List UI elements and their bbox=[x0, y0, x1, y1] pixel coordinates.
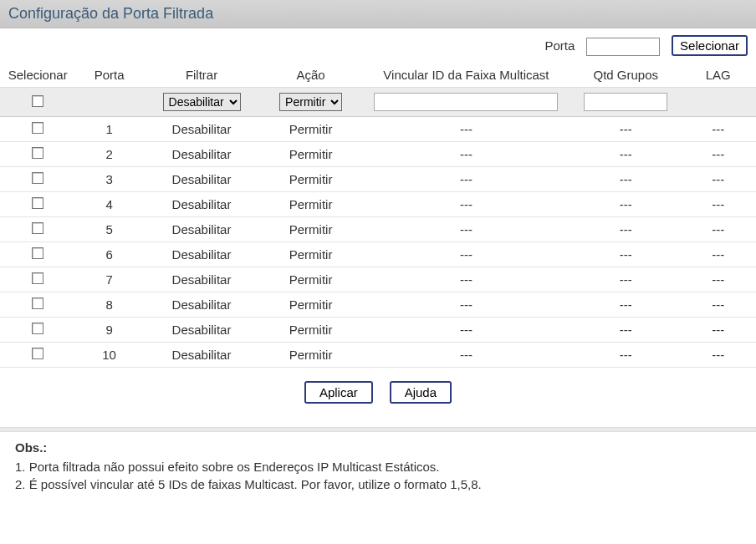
cell-acao: Permitir bbox=[260, 117, 361, 142]
cell-porta: 6 bbox=[75, 242, 142, 267]
divider bbox=[0, 427, 756, 432]
cell-lag: --- bbox=[681, 292, 756, 318]
action-select[interactable]: Permitir bbox=[279, 93, 342, 111]
top-bar: Porta Selecionar bbox=[0, 28, 756, 63]
cell-lag: --- bbox=[681, 192, 756, 217]
row-checkbox[interactable] bbox=[32, 222, 43, 234]
cell-acao: Permitir bbox=[260, 142, 361, 167]
cell-filtrar: Desabilitar bbox=[143, 343, 261, 368]
notes: Obs.: 1. Porta filtrada não possui efeit… bbox=[0, 440, 756, 511]
cell-vincular: --- bbox=[361, 167, 571, 192]
row-checkbox[interactable] bbox=[32, 172, 43, 184]
cell-vincular: --- bbox=[361, 267, 571, 292]
group-qty-input[interactable] bbox=[584, 93, 667, 111]
col-header-lag: LAG bbox=[681, 63, 756, 88]
cell-acao: Permitir bbox=[260, 167, 361, 192]
cell-porta: 1 bbox=[75, 117, 142, 142]
row-checkbox[interactable] bbox=[32, 272, 43, 284]
porta-label: Porta bbox=[544, 38, 575, 53]
row-checkbox[interactable] bbox=[32, 122, 43, 134]
button-row: Aplicar Ajuda bbox=[0, 368, 756, 412]
notes-heading: Obs.: bbox=[15, 440, 741, 455]
table-row: 9DesabilitarPermitir--------- bbox=[0, 318, 756, 343]
cell-filtrar: Desabilitar bbox=[143, 142, 261, 167]
select-button[interactable]: Selecionar bbox=[672, 35, 748, 56]
cell-vincular: --- bbox=[361, 242, 571, 267]
cell-filtrar: Desabilitar bbox=[143, 192, 261, 217]
row-checkbox[interactable] bbox=[32, 323, 43, 334]
table-row: 10DesabilitarPermitir--------- bbox=[0, 343, 756, 368]
cell-porta: 9 bbox=[75, 318, 142, 343]
cell-porta: 2 bbox=[75, 142, 142, 167]
col-header-qtd: Qtd Grupos bbox=[571, 63, 681, 88]
cell-vincular: --- bbox=[361, 318, 571, 343]
table-row: 4DesabilitarPermitir--------- bbox=[0, 192, 756, 217]
row-checkbox[interactable] bbox=[32, 348, 43, 359]
col-header-vincular: Vincular ID da Faixa Multicast bbox=[361, 63, 571, 88]
cell-acao: Permitir bbox=[260, 343, 361, 368]
cell-qtd: --- bbox=[571, 217, 681, 242]
cell-acao: Permitir bbox=[260, 242, 361, 267]
table-row: 6DesabilitarPermitir--------- bbox=[0, 242, 756, 267]
notes-line-2: 2. É possível vincular até 5 IDs de faix… bbox=[15, 477, 741, 491]
bind-id-input[interactable] bbox=[374, 93, 558, 111]
cell-acao: Permitir bbox=[260, 318, 361, 343]
select-all-checkbox[interactable] bbox=[32, 95, 43, 107]
porta-input[interactable] bbox=[586, 38, 660, 56]
cell-vincular: --- bbox=[361, 292, 571, 318]
ports-table: Selecionar Porta Filtrar Ação Vincular I… bbox=[0, 63, 756, 368]
cell-filtrar: Desabilitar bbox=[143, 318, 261, 343]
cell-vincular: --- bbox=[361, 142, 571, 167]
col-header-acao: Ação bbox=[260, 63, 361, 88]
table-row: 5DesabilitarPermitir--------- bbox=[0, 217, 756, 242]
cell-vincular: --- bbox=[361, 192, 571, 217]
col-header-selecionar: Selecionar bbox=[0, 63, 75, 88]
cell-qtd: --- bbox=[571, 267, 681, 292]
filter-select[interactable]: Desabilitar bbox=[163, 93, 241, 111]
cell-filtrar: Desabilitar bbox=[143, 217, 261, 242]
cell-qtd: --- bbox=[571, 142, 681, 167]
cell-qtd: --- bbox=[571, 192, 681, 217]
panel-title: Configuração da Porta Filtrada bbox=[0, 0, 756, 28]
cell-qtd: --- bbox=[571, 343, 681, 368]
row-checkbox[interactable] bbox=[32, 197, 43, 209]
table-row: 2DesabilitarPermitir--------- bbox=[0, 142, 756, 167]
cell-acao: Permitir bbox=[260, 267, 361, 292]
help-button[interactable]: Ajuda bbox=[390, 381, 452, 404]
cell-vincular: --- bbox=[361, 217, 571, 242]
cell-vincular: --- bbox=[361, 117, 571, 142]
cell-lag: --- bbox=[681, 217, 756, 242]
cell-porta: 5 bbox=[75, 217, 142, 242]
control-row: Desabilitar Permitir bbox=[0, 88, 756, 117]
row-checkbox[interactable] bbox=[32, 147, 43, 159]
cell-qtd: --- bbox=[571, 167, 681, 192]
cell-lag: --- bbox=[681, 343, 756, 368]
cell-filtrar: Desabilitar bbox=[143, 117, 261, 142]
col-header-porta: Porta bbox=[75, 63, 142, 88]
col-header-filtrar: Filtrar bbox=[143, 63, 261, 88]
filtered-port-config-panel: Configuração da Porta Filtrada Porta Sel… bbox=[0, 0, 756, 511]
cell-acao: Permitir bbox=[260, 217, 361, 242]
table-row: 3DesabilitarPermitir--------- bbox=[0, 167, 756, 192]
cell-porta: 7 bbox=[75, 267, 142, 292]
row-checkbox[interactable] bbox=[32, 297, 43, 309]
cell-lag: --- bbox=[681, 242, 756, 267]
cell-lag: --- bbox=[681, 117, 756, 142]
cell-lag: --- bbox=[681, 267, 756, 292]
table-row: 1DesabilitarPermitir--------- bbox=[0, 117, 756, 142]
row-checkbox[interactable] bbox=[32, 247, 43, 259]
cell-lag: --- bbox=[681, 318, 756, 343]
cell-lag: --- bbox=[681, 167, 756, 192]
cell-porta: 4 bbox=[75, 192, 142, 217]
cell-acao: Permitir bbox=[260, 192, 361, 217]
cell-qtd: --- bbox=[571, 117, 681, 142]
apply-button[interactable]: Aplicar bbox=[304, 381, 373, 404]
cell-porta: 3 bbox=[75, 167, 142, 192]
table-row: 8DesabilitarPermitir--------- bbox=[0, 292, 756, 318]
cell-porta: 10 bbox=[75, 343, 142, 368]
cell-filtrar: Desabilitar bbox=[143, 267, 261, 292]
cell-porta: 8 bbox=[75, 292, 142, 318]
cell-filtrar: Desabilitar bbox=[143, 292, 261, 318]
cell-qtd: --- bbox=[571, 242, 681, 267]
table-row: 7DesabilitarPermitir--------- bbox=[0, 267, 756, 292]
